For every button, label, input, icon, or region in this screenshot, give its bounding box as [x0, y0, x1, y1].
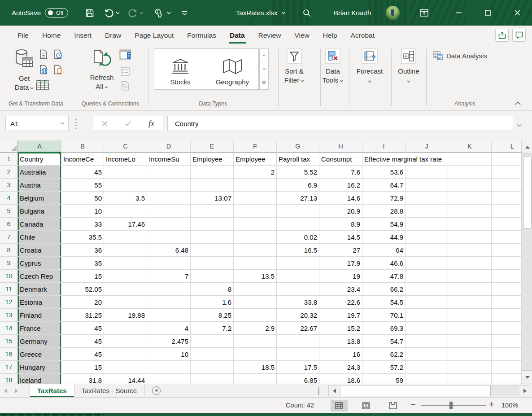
cell-D7[interactable]	[147, 231, 191, 244]
customize-quick-access-button[interactable]	[182, 0, 188, 26]
save-button[interactable]	[85, 0, 94, 26]
cell-G7[interactable]: 0.02	[277, 231, 319, 244]
cell-H9[interactable]: 17.9	[319, 257, 362, 270]
cell-G14[interactable]: 22.67	[277, 322, 319, 335]
cell-A13[interactable]: Finland	[18, 309, 61, 322]
row-header-8[interactable]: 8	[0, 244, 18, 257]
cell-L5[interactable]	[492, 205, 522, 218]
cell-E9[interactable]	[191, 257, 234, 270]
cell-H5[interactable]: 20.9	[319, 205, 362, 218]
column-header-G[interactable]: G	[277, 140, 319, 153]
cell-D2[interactable]	[147, 166, 191, 179]
cell-D6[interactable]	[147, 218, 191, 231]
cell-D13[interactable]	[147, 309, 191, 322]
cell-A14[interactable]: France	[18, 322, 61, 335]
cell-C11[interactable]	[104, 283, 147, 296]
ribbon-tab-view[interactable]: View	[288, 26, 316, 45]
cell-B10[interactable]: 15	[61, 270, 104, 283]
cell-I7[interactable]: 44.9	[362, 231, 406, 244]
cell-F12[interactable]	[234, 296, 277, 309]
cell-F7[interactable]	[234, 231, 277, 244]
cell-J4[interactable]	[406, 192, 448, 205]
cell-C9[interactable]	[104, 257, 147, 270]
cell-C8[interactable]	[104, 244, 147, 257]
cell-G5[interactable]	[277, 205, 319, 218]
cell-I1[interactable]: Effective marginal tax rate	[362, 153, 406, 166]
cell-B8[interactable]: 36	[61, 244, 104, 257]
cell-I2[interactable]: 53.6	[362, 166, 406, 179]
cell-E1[interactable]: Employee	[191, 153, 234, 166]
cell-F2[interactable]: 2	[234, 166, 277, 179]
autosave-toggle[interactable]: Off	[45, 8, 68, 18]
cell-K4[interactable]	[448, 192, 492, 205]
column-header-J[interactable]: J	[406, 140, 448, 153]
cell-G13[interactable]: 20.32	[277, 309, 319, 322]
cell-K2[interactable]	[448, 166, 492, 179]
cell-I10[interactable]: 47.8	[362, 270, 406, 283]
cell-B1[interactable]: IncomeCe	[61, 153, 104, 166]
cell-E6[interactable]	[191, 218, 234, 231]
cell-A11[interactable]: Denmark	[18, 283, 61, 296]
cell-H3[interactable]: 16.2	[319, 179, 362, 192]
cell-A5[interactable]: Bulgaria	[18, 205, 61, 218]
cell-A4[interactable]: Belgium	[18, 192, 61, 205]
cell-F1[interactable]: Employee	[234, 153, 277, 166]
cell-L1[interactable]	[492, 153, 522, 166]
cell-E16[interactable]	[191, 348, 234, 361]
cell-J6[interactable]	[406, 218, 448, 231]
cell-I14[interactable]: 69.3	[362, 322, 406, 335]
from-text-csv-button[interactable]	[39, 49, 48, 61]
cell-K15[interactable]	[448, 335, 492, 348]
cell-K17[interactable]	[448, 361, 492, 374]
zoom-slider-thumb[interactable]	[449, 402, 453, 409]
recent-sources-button[interactable]	[53, 49, 63, 61]
vertical-scrollbar-thumb[interactable]	[523, 157, 532, 228]
cell-E14[interactable]: 7.2	[191, 322, 234, 335]
cell-C4[interactable]: 3.5	[104, 192, 147, 205]
cell-K6[interactable]	[448, 218, 492, 231]
cell-C12[interactable]	[104, 296, 147, 309]
cell-B7[interactable]: 35.5	[61, 231, 104, 244]
comments-button[interactable]	[512, 29, 526, 42]
cell-J2[interactable]	[406, 166, 448, 179]
cell-L2[interactable]	[492, 166, 522, 179]
cell-J10[interactable]	[406, 270, 448, 283]
cell-C3[interactable]	[104, 179, 147, 192]
cell-H6[interactable]: 8.9	[319, 218, 362, 231]
cell-K1[interactable]	[448, 153, 492, 166]
cell-B13[interactable]: 31.25	[61, 309, 104, 322]
cell-K3[interactable]	[448, 179, 492, 192]
cell-I8[interactable]: 64	[362, 244, 406, 257]
cell-B3[interactable]: 55	[61, 179, 104, 192]
cell-I4[interactable]: 72.9	[362, 192, 406, 205]
cell-A1[interactable]: Country	[18, 153, 61, 166]
cell-L8[interactable]	[492, 244, 522, 257]
cell-A12[interactable]: Estonia	[18, 296, 61, 309]
normal-view-button[interactable]	[331, 400, 348, 412]
cell-L10[interactable]	[492, 270, 522, 283]
ribbon-tab-help[interactable]: Help	[316, 26, 344, 45]
cell-J5[interactable]	[406, 205, 448, 218]
cell-B18[interactable]: 31.8	[61, 374, 104, 384]
cell-J14[interactable]	[406, 322, 448, 335]
cell-A16[interactable]: Greece	[18, 348, 61, 361]
cell-E18[interactable]	[191, 374, 234, 384]
maximize-button[interactable]	[477, 0, 498, 26]
cell-E12[interactable]: 1.6	[191, 296, 234, 309]
cell-B5[interactable]: 10	[61, 205, 104, 218]
cell-B16[interactable]: 45	[61, 348, 104, 361]
gallery-scroll-down-button[interactable]	[259, 62, 269, 76]
sort-filter-button[interactable]: Sort & Filter	[280, 48, 309, 85]
cell-L18[interactable]	[492, 374, 522, 384]
column-header-K[interactable]: K	[448, 140, 492, 153]
cell-I17[interactable]: 57.2	[362, 361, 406, 374]
data-tools-button[interactable]: Data Tools	[319, 48, 346, 85]
cell-K18[interactable]	[448, 374, 492, 384]
gallery-more-button[interactable]	[259, 76, 269, 90]
cell-B6[interactable]: 33	[61, 218, 104, 231]
name-box[interactable]: A1	[5, 116, 69, 131]
cell-G4[interactable]: 27.13	[277, 192, 319, 205]
cell-G15[interactable]	[277, 335, 319, 348]
column-header-H[interactable]: H	[319, 140, 362, 153]
geography-data-type[interactable]: Geography	[206, 49, 258, 89]
